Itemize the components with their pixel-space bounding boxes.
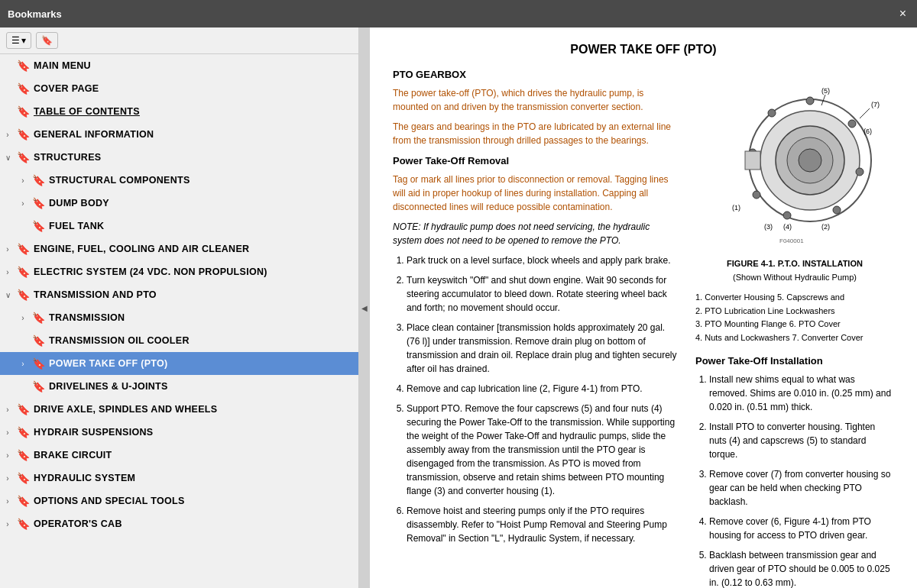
expand-arrow: › bbox=[0, 245, 15, 254]
inst-step-2: Install PTO to converter housing. Tighte… bbox=[709, 420, 894, 461]
sidebar-list[interactable]: 🔖 MAIN MENU 🔖 COVER PAGE 🔖 TABLE OF CONT… bbox=[0, 54, 358, 588]
figure-sub: (Shown Without Hydraulic Pump) bbox=[695, 273, 894, 282]
bookmark-icon: 🔖 bbox=[15, 495, 31, 507]
expand-arrow: ∨ bbox=[0, 153, 15, 162]
svg-point-9 bbox=[783, 212, 791, 219]
sidebar-label-operators-cab: OPERATOR'S CAB bbox=[31, 519, 122, 529]
inst-step-1: Install new shims equal to what was remo… bbox=[709, 373, 894, 414]
figure-part-2: 2. PTO Lubrication Line Lockwashers bbox=[695, 305, 894, 318]
sidebar-item-power-take-off[interactable]: › 🔖 POWER TAKE OFF (PTO) bbox=[0, 352, 358, 375]
content-area: POWER TAKE OFF (PTO) PTO GEARBOX The pow… bbox=[370, 27, 917, 588]
bookmark-icon: 🔖 bbox=[31, 357, 46, 370]
svg-line-21 bbox=[860, 108, 870, 118]
sidebar-item-structural-components[interactable]: › 🔖 STRUCTURAL COMPONENTS bbox=[0, 169, 358, 192]
sidebar-item-transmission-and-pto[interactable]: ∨ 🔖 TRANSMISSION AND PTO bbox=[0, 283, 358, 306]
sidebar-label-engine-fuel: ENGINE, FUEL, COOLING AND AIR CLEANER bbox=[31, 244, 249, 254]
expand-arrow: ∨ bbox=[0, 291, 15, 299]
pto-installation-heading: Power Take-Off Installation bbox=[695, 355, 894, 367]
svg-point-12 bbox=[768, 109, 776, 117]
svg-text:(2): (2) bbox=[821, 223, 830, 231]
sidebar-item-drive-axle[interactable]: › 🔖 DRIVE AXLE, SPINDLES AND WHEELS bbox=[0, 398, 358, 421]
sidebar-item-options[interactable]: › 🔖 OPTIONS AND SPECIAL TOOLS bbox=[0, 489, 358, 512]
sidebar-label-electric-system: ELECTRIC SYSTEM (24 VDC. NON PROPULSION) bbox=[31, 267, 267, 277]
sidebar-label-hydrair: HYDRAIR SUSPENSIONS bbox=[31, 427, 153, 438]
svg-text:(1): (1) bbox=[732, 204, 740, 212]
expand-arrow: › bbox=[0, 131, 15, 139]
top-bar-title: Bookmarks bbox=[8, 8, 62, 20]
figure-part-4: 4. Nuts and Lockwashers 7. Converter Cov… bbox=[695, 331, 894, 345]
bookmark-icon: 🔖 bbox=[31, 334, 46, 347]
sidebar-item-structures[interactable]: ∨ 🔖 STRUCTURES bbox=[0, 146, 358, 169]
figure-caption: FIGURE 4-1. P.T.O. INSTALLATION bbox=[695, 259, 894, 268]
sidebar-item-transmission[interactable]: › 🔖 TRANSMISSION bbox=[0, 306, 358, 329]
bookmark-icon: 🔖 bbox=[15, 289, 31, 301]
svg-point-4 bbox=[799, 149, 821, 172]
sidebar-item-brake-circuit[interactable]: › 🔖 BRAKE CIRCUIT bbox=[0, 444, 358, 467]
step-2: Turn keyswitch "Off" and shut down engin… bbox=[407, 273, 680, 315]
bookmark-icon: 🔖 bbox=[31, 380, 46, 393]
expand-arrow: › bbox=[0, 405, 15, 414]
svg-text:(3): (3) bbox=[764, 223, 773, 231]
pto-removal-note: NOTE: If hydraulic pump does not need se… bbox=[393, 220, 680, 247]
expand-arrow: › bbox=[15, 199, 31, 208]
doc-title: POWER TAKE OFF (PTO) bbox=[393, 43, 894, 57]
sidebar-item-operators-cab[interactable]: › 🔖 OPERATOR'S CAB bbox=[0, 512, 358, 535]
bookmark-icon: 🔖 bbox=[15, 243, 31, 255]
sidebar-item-transmission-oil-cooler[interactable]: 🔖 TRANSMISSION OIL COOLER bbox=[0, 329, 358, 352]
sidebar-label-power-take-off: POWER TAKE OFF (PTO) bbox=[46, 358, 168, 369]
sidebar-item-engine-fuel[interactable]: › 🔖 ENGINE, FUEL, COOLING AND AIR CLEANE… bbox=[0, 237, 358, 260]
bookmark-icon: 🔖 bbox=[15, 151, 31, 163]
sidebar-toolbar: ☰ ▾ 🔖 bbox=[0, 27, 358, 54]
bookmark-icon: 🔖 bbox=[15, 128, 31, 141]
expand-arrow: › bbox=[0, 520, 15, 528]
pto-removal-para1: Tag or mark all lines prior to disconnec… bbox=[393, 173, 680, 214]
svg-text:(5): (5) bbox=[821, 87, 830, 95]
bookmark-icon: 🔖 bbox=[15, 403, 31, 415]
bookmark-icon: 🔖 bbox=[15, 472, 31, 484]
sidebar-label-cover-page: COVER PAGE bbox=[31, 83, 99, 94]
sidebar-label-transmission-and-pto: TRANSMISSION AND PTO bbox=[31, 289, 157, 300]
sidebar-item-hydrair[interactable]: › 🔖 HYDRAIR SUSPENSIONS bbox=[0, 421, 358, 444]
main-layout: ☰ ▾ 🔖 🔖 MAIN MENU 🔖 COVER PAGE bbox=[0, 27, 917, 588]
expand-arrow: › bbox=[15, 176, 31, 185]
sidebar-item-dump-body[interactable]: › 🔖 DUMP BODY bbox=[0, 192, 358, 215]
close-button[interactable]: × bbox=[896, 7, 909, 21]
sidebar-item-cover-page[interactable]: 🔖 COVER PAGE bbox=[0, 77, 358, 100]
figure-parts: 1. Converter Housing 5. Capscrews and 2.… bbox=[695, 291, 894, 344]
sidebar-item-toc[interactable]: 🔖 TABLE OF CONTENTS bbox=[0, 100, 358, 123]
expand-arrow: › bbox=[15, 360, 31, 368]
pto-removal-heading: Power Take-Off Removal bbox=[393, 155, 680, 166]
expand-arrow: › bbox=[0, 428, 15, 437]
step-3: Place clean container [transmission hold… bbox=[407, 321, 680, 376]
figure-part-1: 1. Converter Housing 5. Capscrews and bbox=[695, 291, 894, 305]
sidebar-item-electric-system[interactable]: › 🔖 ELECTRIC SYSTEM (24 VDC. NON PROPULS… bbox=[0, 260, 358, 283]
collapse-handle[interactable]: ◀ bbox=[359, 27, 370, 588]
sidebar-label-transmission-oil-cooler: TRANSMISSION OIL COOLER bbox=[46, 335, 190, 346]
sidebar-item-fuel-tank[interactable]: 🔖 FUEL TANK bbox=[0, 215, 358, 237]
sidebar-item-main-menu[interactable]: 🔖 MAIN MENU bbox=[0, 54, 358, 77]
figure-container: (7) (5) (6) (1) (3) (4) (2) F040001 FIGU… bbox=[695, 69, 894, 282]
collapse-icon: ◀ bbox=[361, 304, 368, 312]
expand-arrow: › bbox=[0, 451, 15, 460]
toolbar-bookmark-button[interactable]: 🔖 bbox=[36, 32, 58, 49]
step-5: Support PTO. Remove the four capscrews (… bbox=[407, 402, 680, 498]
toolbar-menu-button[interactable]: ☰ ▾ bbox=[6, 32, 31, 49]
pto-gearbox-para2: The gears and bearings in the PTO are lu… bbox=[393, 120, 680, 147]
svg-text:(7): (7) bbox=[871, 101, 880, 108]
pto-removal-steps: Park truck on a level surface, block whe… bbox=[393, 254, 680, 545]
svg-point-10 bbox=[753, 191, 760, 199]
sidebar-label-general-info: GENERAL INFORMATION bbox=[31, 129, 154, 140]
bookmark-icon: 🔖 bbox=[15, 105, 31, 118]
content-columns: PTO GEARBOX The power take-off (PTO), wh… bbox=[393, 69, 894, 588]
sidebar-label-brake-circuit: BRAKE CIRCUIT bbox=[31, 450, 112, 460]
sidebar-item-general-information[interactable]: › 🔖 GENERAL INFORMATION bbox=[0, 123, 358, 146]
expand-arrow: › bbox=[0, 497, 15, 506]
sidebar-item-hydraulic-system[interactable]: › 🔖 HYDRAULIC SYSTEM bbox=[0, 467, 358, 489]
sidebar: ☰ ▾ 🔖 🔖 MAIN MENU 🔖 COVER PAGE bbox=[0, 27, 359, 588]
sidebar-item-drivelines[interactable]: 🔖 DRIVELINES & U-JOINTS bbox=[0, 375, 358, 398]
step-6: Remove hoist and steering pumps only if … bbox=[407, 504, 680, 545]
bookmark-icon: 🔖 bbox=[15, 449, 31, 461]
inst-step-3: Remove cover (7) from converter housing … bbox=[709, 467, 894, 509]
pto-gearbox-heading: PTO GEARBOX bbox=[393, 69, 680, 80]
sidebar-label-structures: STRUCTURES bbox=[31, 152, 101, 163]
